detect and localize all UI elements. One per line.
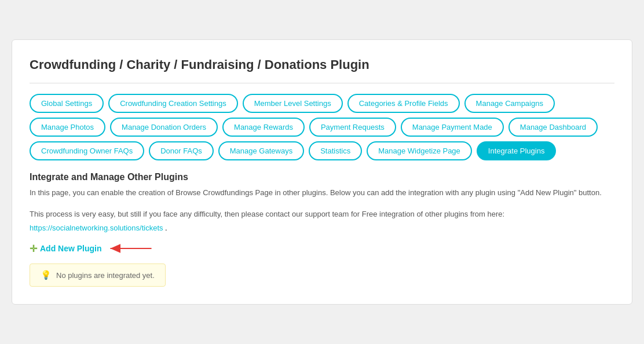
add-plugin-label: Add New Plugin bbox=[40, 244, 102, 253]
plus-icon: ✛ bbox=[30, 243, 37, 254]
no-plugins-message: No plugins are integrated yet. bbox=[56, 271, 155, 280]
divider bbox=[30, 83, 614, 83]
nav-btn-payment-requests[interactable]: Payment Requests bbox=[309, 118, 396, 137]
nav-btn-manage-gateways[interactable]: Manage Gateways bbox=[218, 141, 304, 160]
support-link-row: https://socialnetworking.solutions/ticke… bbox=[30, 224, 614, 232]
nav-btn-manage-widgetize-page[interactable]: Manage Widgetize Page bbox=[367, 141, 472, 160]
nav-btn-donor-faqs[interactable]: Donor FAQs bbox=[149, 141, 214, 160]
nav-btn-manage-rewards[interactable]: Manage Rewards bbox=[222, 118, 305, 137]
nav-btn-crowdfunding-creation-settings[interactable]: Crowdfunding Creation Settings bbox=[108, 94, 238, 113]
nav-btn-integrate-plugins[interactable]: Integrate Plugins bbox=[477, 141, 557, 160]
nav-btn-manage-payment-made[interactable]: Manage Payment Made bbox=[401, 118, 504, 137]
nav-buttons: Global SettingsCrowdfunding Creation Set… bbox=[30, 94, 614, 160]
support-link[interactable]: https://socialnetworking.solutions/ticke… bbox=[30, 224, 163, 232]
section-description: In this page, you can enable the creatio… bbox=[30, 187, 614, 199]
section-note: This process is very easy, but still if … bbox=[30, 208, 614, 221]
support-link-suffix: . bbox=[163, 224, 167, 232]
nav-btn-manage-photos[interactable]: Manage Photos bbox=[30, 118, 105, 137]
nav-btn-manage-donation-orders[interactable]: Manage Donation Orders bbox=[110, 118, 218, 137]
nav-btn-member-level-settings[interactable]: Member Level Settings bbox=[243, 94, 343, 113]
nav-btn-statistics[interactable]: Statistics bbox=[309, 141, 362, 160]
add-plugin-row: ✛ Add New Plugin bbox=[30, 243, 614, 254]
nav-btn-manage-campaigns[interactable]: Manage Campaigns bbox=[464, 94, 555, 113]
main-card: Crowdfunding / Charity / Fundraising / D… bbox=[12, 39, 632, 305]
bulb-icon: 💡 bbox=[41, 270, 52, 280]
arrow-icon bbox=[108, 243, 154, 254]
section-title: Integrate and Manage Other Plugins bbox=[30, 172, 614, 182]
nav-btn-crowdfunding-owner-faqs[interactable]: Crowdfunding Owner FAQs bbox=[30, 141, 144, 160]
add-new-plugin-button[interactable]: ✛ Add New Plugin bbox=[30, 243, 102, 254]
nav-btn-global-settings[interactable]: Global Settings bbox=[30, 94, 104, 113]
page-title: Crowdfunding / Charity / Fundraising / D… bbox=[30, 57, 614, 72]
nav-btn-categories-profile-fields[interactable]: Categories & Profile Fields bbox=[347, 94, 460, 113]
no-plugins-box: 💡 No plugins are integrated yet. bbox=[30, 264, 166, 287]
nav-btn-manage-dashboard[interactable]: Manage Dashboard bbox=[508, 118, 598, 137]
